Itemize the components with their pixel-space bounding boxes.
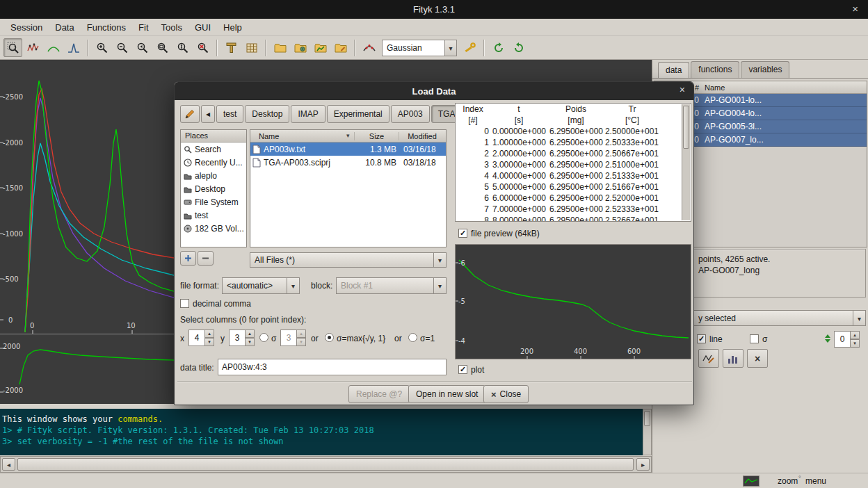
table-row[interactable]: 33.00000e+0006.29500e+0002.51000e+001 (456, 159, 691, 170)
line-checkbox[interactable] (697, 334, 706, 343)
status-zoom-label[interactable]: zoom (778, 476, 798, 486)
place-item-search[interactable]: Search (181, 143, 246, 156)
sigma-column-radio[interactable] (259, 333, 268, 342)
menu-functions[interactable]: Functions (81, 20, 132, 35)
table-row[interactable]: 55.00000e+0006.29500e+0002.51667e+001 (456, 181, 691, 193)
status-menu-label[interactable]: menu (805, 476, 826, 486)
path-segment[interactable]: AP003 (391, 105, 430, 123)
zoom-mode-button[interactable] (3, 38, 22, 57)
horizontal-scrollbar[interactable] (0, 456, 652, 473)
path-segment[interactable]: test (216, 105, 243, 123)
place-item-recent[interactable]: Recently U... (181, 156, 246, 169)
menu-help[interactable]: Help (217, 20, 248, 35)
decimal-comma-checkbox[interactable] (180, 299, 189, 308)
file-preview-option[interactable]: file preview (64kB) (458, 228, 540, 238)
plot-option[interactable]: plot (458, 364, 484, 375)
tab-functions[interactable]: functions (691, 61, 739, 78)
table-row[interactable]: 44.00000e+0006.29500e+0002.51333e+001 (456, 170, 691, 181)
zoom-out-button[interactable] (113, 38, 131, 57)
path-segment[interactable]: IMAP (291, 105, 325, 123)
spin-down-icon[interactable] (246, 338, 255, 346)
sigma-one-radio[interactable] (408, 333, 417, 342)
close-button[interactable]: Close (483, 385, 529, 403)
tab-data[interactable]: data (658, 62, 689, 79)
spin-down-icon[interactable] (851, 339, 860, 348)
data-title-input[interactable]: AP003w:4:3 (218, 359, 447, 375)
path-segment[interactable]: Experimental (327, 105, 389, 123)
menu-tools[interactable]: Tools (155, 20, 188, 35)
file-format-combo[interactable]: <automatic> (222, 277, 300, 294)
scroll-left-icon[interactable] (2, 458, 15, 471)
scrollbar-thumb[interactable] (17, 458, 634, 471)
column-header-name[interactable]: Name (700, 83, 725, 92)
point-size-spinner[interactable]: 0 (834, 331, 860, 348)
table-row[interactable]: 11.00000e+0006.29500e+0002.50333e+001 (456, 137, 691, 148)
zoom-clear-button[interactable] (193, 38, 212, 57)
command-output[interactable]: This window shows your commands. 1> # Fi… (0, 409, 652, 455)
column-header-size[interactable]: Size (355, 132, 399, 140)
place-item-home[interactable]: aleplo (181, 169, 246, 182)
datasheet-button[interactable] (242, 38, 261, 57)
spin-up-icon[interactable] (246, 330, 255, 338)
drafting-button[interactable] (222, 38, 241, 57)
menu-fit[interactable]: Fit (132, 20, 154, 35)
replace-button[interactable]: Replace @? (348, 385, 410, 403)
spin-up-icon[interactable] (851, 331, 860, 339)
table-row[interactable]: 77.00000e+0006.29500e+0002.52333e+001 (456, 204, 691, 215)
tab-variables[interactable]: variables (741, 61, 789, 78)
table-scrollbar[interactable] (682, 104, 690, 220)
spin-down-icon[interactable] (205, 338, 214, 346)
place-item-volume[interactable]: 182 GB Vol... (181, 222, 246, 235)
place-item-desktop[interactable]: Desktop (181, 182, 246, 195)
view-data-button[interactable] (723, 349, 744, 368)
place-item-filesystem[interactable]: File System (181, 195, 246, 209)
place-item-test[interactable]: test (181, 209, 246, 222)
menu-data[interactable]: Data (49, 20, 80, 35)
data-editor-button[interactable] (360, 38, 378, 57)
plot-checkbox[interactable] (458, 365, 467, 374)
command-scrollbar[interactable] (643, 409, 652, 455)
table-row[interactable]: 00.00000e+0006.29500e+0002.50000e+001 (456, 126, 691, 137)
zoom-previous-button[interactable] (133, 38, 152, 57)
y-column-spinner[interactable]: 3 (229, 330, 255, 346)
file-row-selected[interactable]: AP003w.txt 1.3 MB 03/16/18 (250, 143, 446, 156)
open-script-button[interactable] (291, 38, 310, 57)
edit-data-button[interactable] (698, 349, 719, 368)
table-row[interactable]: 66.00000e+0006.29500e+0002.52000e+001 (456, 193, 691, 204)
table-row[interactable]: 88.00000e+0006.29500e+0002.52667e+001 (456, 215, 691, 222)
baseline-button[interactable] (44, 38, 63, 57)
delete-dataset-button[interactable]: × (747, 349, 768, 368)
dialog-close-button[interactable]: × (680, 84, 685, 95)
x-column-spinner[interactable]: 4 (188, 330, 214, 346)
table-row[interactable]: 22.00000e+0006.29500e+0002.50667e+001 (456, 148, 691, 159)
type-filename-button[interactable] (180, 105, 200, 123)
file-preview-checkbox[interactable] (458, 229, 467, 238)
column-header-name[interactable]: Name (250, 132, 355, 140)
path-back-button[interactable]: ◂ (201, 105, 215, 123)
spin-up-icon[interactable] (205, 330, 214, 338)
sigma-checkbox[interactable] (750, 334, 759, 343)
add-place-button[interactable] (180, 251, 196, 266)
file-filter-combo[interactable]: All Files (*) (250, 252, 447, 268)
scrollbar-thumb[interactable] (683, 106, 689, 149)
remove-place-button[interactable] (198, 251, 214, 266)
plot-thumbnail-button[interactable] (743, 475, 760, 487)
add-peak-button[interactable] (64, 38, 83, 57)
menu-session[interactable]: Session (4, 20, 49, 35)
path-segment[interactable]: Desktop (245, 105, 289, 123)
window-close-button[interactable]: × (852, 3, 858, 15)
decimal-comma-option[interactable]: decimal comma (180, 298, 251, 309)
zoom-in-button[interactable] (93, 38, 111, 57)
fit-run-button[interactable] (489, 38, 508, 57)
menu-gui[interactable]: GUI (188, 20, 217, 35)
function-type-combo[interactable]: Gaussian (382, 40, 457, 56)
export-image-button[interactable] (311, 38, 330, 57)
column-header-modified[interactable]: Modified (399, 132, 445, 140)
zoom-all-button[interactable] (153, 38, 172, 57)
fit-continue-button[interactable] (509, 38, 528, 57)
open-file-button[interactable] (271, 38, 289, 57)
open-in-new-slot-button[interactable]: Open in new slot (408, 385, 485, 403)
define-function-button[interactable] (460, 38, 479, 57)
file-row[interactable]: TGA-AP003.sciprj 10.8 MB 03/18/18 (250, 156, 446, 169)
sigma-max-radio[interactable] (325, 333, 334, 342)
